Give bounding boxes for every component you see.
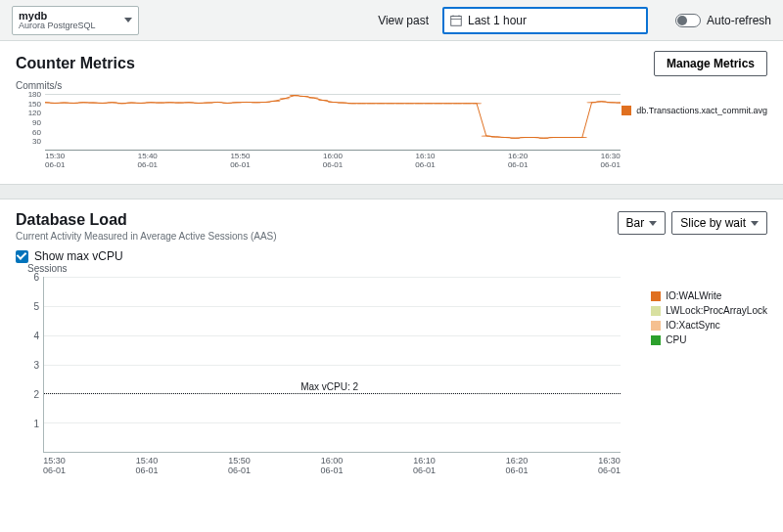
- x-tick: 15:5006-01: [230, 153, 250, 174]
- svg-point-17: [164, 102, 175, 103]
- x-tick: 16:2006-01: [505, 457, 528, 480]
- x-tick: 16:0006-01: [320, 457, 343, 480]
- svg-point-55: [530, 137, 540, 138]
- svg-point-56: [538, 138, 549, 139]
- svg-point-28: [270, 101, 281, 102]
- svg-point-5: [50, 103, 61, 104]
- x-tick: 15:4006-01: [135, 457, 158, 480]
- y-tick: 3: [33, 360, 39, 371]
- svg-point-54: [520, 137, 530, 138]
- time-range-selector[interactable]: Last 1 hour: [442, 7, 648, 34]
- svg-point-32: [308, 98, 319, 99]
- svg-point-37: [356, 103, 367, 104]
- db-name: mydb: [19, 10, 96, 22]
- svg-point-62: [596, 101, 607, 102]
- svg-point-9: [88, 103, 99, 104]
- counter-legend: db.Transactions.xact_commit.avg: [622, 106, 767, 115]
- db-engine: Aurora PostgreSQL: [19, 22, 96, 31]
- show-max-vcpu-label: Show max vCPU: [34, 249, 123, 263]
- svg-point-52: [500, 137, 511, 138]
- slice-by-dropdown[interactable]: Slice by wait: [671, 211, 767, 235]
- legend-label: CPU: [666, 334, 686, 345]
- y-tick: 180: [28, 90, 41, 99]
- x-tick: 16:3006-01: [600, 153, 620, 174]
- section-divider: [0, 184, 783, 200]
- svg-point-6: [59, 103, 69, 104]
- svg-point-42: [404, 103, 415, 104]
- svg-rect-0: [451, 16, 462, 25]
- svg-point-61: [586, 102, 597, 103]
- svg-point-15: [146, 102, 157, 103]
- legend-swatch: [651, 291, 661, 301]
- legend-swatch: [651, 335, 661, 345]
- auto-refresh-label: Auto-refresh: [707, 14, 771, 27]
- svg-point-53: [510, 138, 521, 139]
- svg-point-25: [242, 102, 253, 103]
- svg-point-50: [482, 135, 492, 136]
- legend-item: IO:WALWrite: [651, 290, 767, 301]
- x-tick: 15:4006-01: [138, 153, 158, 174]
- chevron-down-icon: [649, 221, 657, 226]
- x-tick: 15:5006-01: [228, 457, 251, 480]
- svg-point-44: [424, 103, 435, 104]
- svg-point-13: [126, 103, 137, 104]
- svg-point-47: [452, 103, 463, 104]
- svg-point-29: [280, 98, 291, 99]
- y-tick: 2: [33, 389, 39, 400]
- svg-point-22: [212, 102, 223, 103]
- db-load-subtitle: Current Activity Measured in Average Act…: [16, 231, 277, 242]
- x-tick: 15:3006-01: [43, 457, 66, 480]
- svg-point-23: [222, 103, 233, 104]
- svg-point-10: [98, 103, 109, 104]
- time-range-value: Last 1 hour: [468, 14, 527, 27]
- legend-swatch: [622, 106, 631, 115]
- db-instance-dropdown[interactable]: mydb Aurora PostgreSQL: [12, 6, 139, 35]
- svg-point-34: [328, 102, 339, 103]
- y-tick: 60: [32, 127, 41, 136]
- svg-point-57: [548, 137, 559, 138]
- manage-metrics-button[interactable]: Manage Metrics: [654, 51, 767, 76]
- legend-label: LWLock:ProcArrayLock: [666, 305, 767, 316]
- y-tick: 6: [33, 272, 39, 283]
- y-tick: 4: [33, 331, 39, 341]
- counter-metrics-header: Counter Metrics Manage Metrics: [0, 41, 783, 82]
- y-tick: 1: [33, 419, 39, 429]
- legend-label: IO:XactSync: [666, 320, 720, 331]
- counter-metrics-chart: Commits/s 180150120906030 15:3006-0115:4…: [16, 86, 767, 174]
- svg-point-39: [376, 103, 387, 104]
- show-max-vcpu-checkbox[interactable]: [16, 250, 28, 263]
- db-load-title: Database Load: [16, 211, 277, 229]
- svg-point-31: [299, 96, 309, 97]
- legend-label: db.Transactions.xact_commit.avg: [636, 106, 767, 115]
- svg-point-48: [462, 103, 473, 104]
- y-tick: 30: [32, 137, 41, 146]
- top-bar: mydb Aurora PostgreSQL View past Last 1 …: [0, 0, 783, 41]
- y-tick: 150: [28, 99, 41, 108]
- y-tick: 120: [28, 109, 41, 117]
- legend-item: LWLock:ProcArrayLock: [651, 305, 767, 316]
- svg-point-35: [338, 103, 348, 104]
- svg-point-36: [346, 103, 357, 104]
- svg-point-60: [577, 137, 588, 138]
- svg-point-7: [69, 103, 79, 104]
- x-tick: 16:1006-01: [413, 457, 436, 480]
- svg-point-20: [194, 103, 205, 104]
- y-tick: 90: [32, 118, 41, 127]
- legend-item: CPU: [651, 334, 767, 345]
- svg-point-46: [442, 103, 453, 104]
- counter-metrics-title: Counter Metrics: [16, 55, 135, 72]
- auto-refresh-toggle[interactable]: Auto-refresh: [675, 14, 771, 27]
- db-load-header: Database Load Current Activity Measured …: [0, 200, 783, 245]
- max-vcpu-label: Max vCPU: 2: [298, 381, 361, 392]
- svg-point-51: [490, 136, 501, 137]
- svg-point-41: [394, 103, 405, 104]
- legend-swatch: [651, 321, 661, 331]
- x-tick: 16:1006-01: [415, 153, 435, 174]
- svg-point-11: [107, 102, 117, 103]
- chart-type-dropdown[interactable]: Bar: [618, 211, 667, 235]
- legend-swatch: [651, 306, 661, 316]
- svg-point-12: [116, 103, 127, 104]
- svg-point-26: [251, 102, 261, 103]
- svg-point-30: [290, 95, 300, 96]
- svg-point-19: [184, 102, 195, 103]
